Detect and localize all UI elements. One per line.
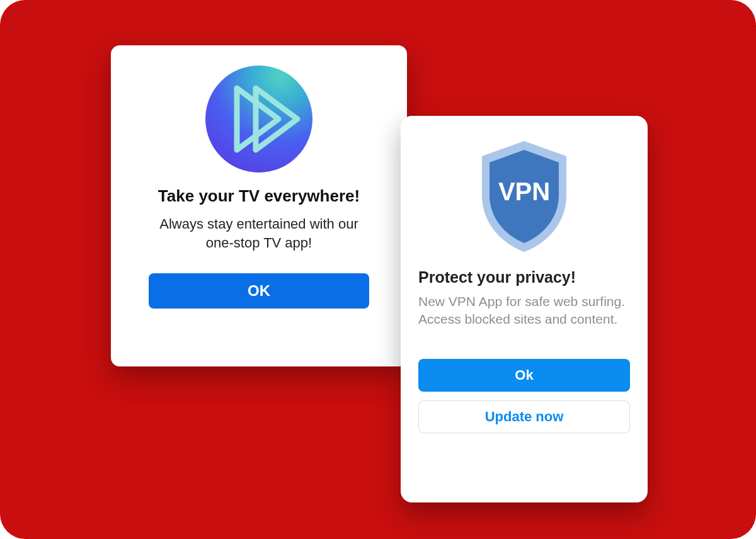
tv-popup: Take your TV everywhere! Always stay ent… (111, 45, 407, 366)
double-play-icon (205, 65, 312, 173)
vpn-shield-icon: VPN (471, 137, 578, 257)
tv-popup-title: Take your TV everywhere! (158, 186, 360, 206)
vpn-popup-title: Protect your privacy! (418, 268, 630, 287)
tv-popup-body: Always stay entertained with our one-sto… (159, 215, 358, 252)
vpn-popup-body: New VPN App for safe web surfing. Access… (418, 293, 630, 329)
stage: Take your TV everywhere! Always stay ent… (0, 0, 756, 539)
tv-ok-button[interactable]: OK (149, 273, 369, 309)
vpn-popup: VPN Protect your privacy! New VPN App fo… (401, 116, 648, 502)
vpn-update-button[interactable]: Update now (418, 400, 630, 433)
vpn-ok-button[interactable]: Ok (418, 359, 630, 392)
tv-app-icon (205, 65, 312, 173)
svg-text:VPN: VPN (498, 178, 550, 205)
